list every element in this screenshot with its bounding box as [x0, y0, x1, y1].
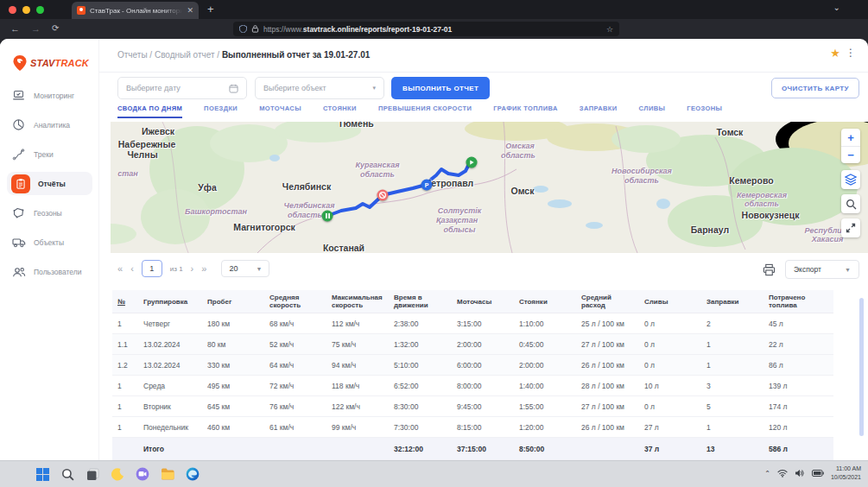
table-cell: 2	[701, 313, 763, 334]
export-dropdown[interactable]: Экспорт ▼	[785, 260, 859, 279]
minimize-window-button[interactable]	[22, 6, 30, 14]
map-label-region: область	[288, 211, 322, 219]
window-controls[interactable]	[9, 6, 44, 14]
favorite-star-icon[interactable]: ★	[830, 47, 840, 60]
date-picker-input[interactable]: Выберите дату	[117, 77, 247, 99]
column-header[interactable]: Время в движении	[389, 290, 452, 313]
report-tab[interactable]: МОТОЧАСЫ	[259, 104, 301, 118]
report-tab[interactable]: ПРЕВЫШЕНИЯ СКОРОСТИ	[378, 104, 472, 118]
close-window-button[interactable]	[9, 6, 16, 14]
file-explorer-icon[interactable]	[160, 466, 175, 482]
column-header[interactable]: Заправки	[701, 290, 763, 313]
report-tab[interactable]: ЗАПРАВКИ	[580, 104, 618, 118]
report-tab[interactable]: ПОЕЗДКИ	[204, 104, 238, 118]
column-header[interactable]: Средний расход	[576, 290, 639, 313]
table-cell: 1:55:00	[514, 396, 576, 417]
parking-marker[interactable]: P	[421, 180, 433, 191]
wifi-icon[interactable]	[777, 469, 788, 478]
map-layers-control	[841, 170, 860, 189]
volume-icon[interactable]	[795, 469, 805, 478]
report-tab[interactable]: СТОЯНКИ	[323, 104, 357, 118]
map-label-city: Магнитогорск	[233, 222, 295, 232]
column-header[interactable]: Сливы	[639, 290, 701, 313]
play-marker[interactable]	[466, 157, 478, 168]
zoom-out-button[interactable]: −	[841, 146, 860, 163]
lock-icon[interactable]	[251, 25, 259, 33]
object-select[interactable]: Выберите объект ▾	[255, 77, 384, 99]
sidebar-item-мониторинг[interactable]: Мониторинг	[7, 84, 92, 107]
calendar-icon[interactable]	[229, 84, 238, 93]
pause-marker[interactable]	[322, 211, 333, 222]
zoom-in-button[interactable]: +	[841, 129, 860, 146]
last-page-button[interactable]: »	[201, 263, 206, 274]
kebab-menu-icon[interactable]: ⋮	[846, 47, 857, 59]
moon-app-icon[interactable]	[110, 466, 125, 482]
new-tab-button[interactable]: +	[207, 3, 214, 16]
report-tab[interactable]: ГЕОЗОНЫ	[687, 104, 722, 118]
page-size-select[interactable]: 20 ▼	[221, 260, 269, 277]
task-view-icon[interactable]	[85, 466, 100, 482]
bookmark-star-icon[interactable]: ☆	[606, 25, 613, 34]
tracking-shield-icon[interactable]	[239, 25, 247, 33]
column-header[interactable]: Средняя скорость	[264, 290, 326, 313]
column-header[interactable]: №	[112, 290, 138, 313]
first-page-button[interactable]: «	[117, 263, 123, 274]
table-total-row[interactable]: Итого32:12:0037:15:008:50:0037 л13586 л	[112, 438, 833, 460]
page-number-input[interactable]: 1	[142, 260, 162, 277]
prev-page-button[interactable]: ‹	[130, 263, 134, 274]
next-page-button[interactable]: ›	[191, 263, 194, 274]
report-tab[interactable]: ГРАФИК ТОПЛИВА	[493, 104, 558, 118]
search-icon[interactable]	[846, 199, 857, 210]
run-report-button[interactable]: ВЫПОЛНИТЬ ОТЧЕТ	[391, 77, 490, 99]
maximize-window-button[interactable]	[36, 6, 44, 14]
chat-app-icon[interactable]	[135, 466, 150, 482]
layers-icon[interactable]	[845, 174, 857, 186]
report-tab[interactable]: СЛИВЫ	[639, 104, 666, 118]
table-row[interactable]: 1Вторник645 км76 км/ч122 км/ч8:30:009:45…	[112, 396, 833, 417]
sidebar-item-аналитика[interactable]: Аналитика	[7, 113, 92, 136]
table-row[interactable]: 1Понедельник460 км61 км/ч99 км/ч7:30:008…	[112, 417, 833, 438]
sidebar-item-объекты[interactable]: Объекты	[7, 231, 92, 254]
table-row[interactable]: 1Среда495 км72 км/ч118 км/ч6:52:008:00:0…	[112, 376, 833, 396]
column-header[interactable]: Стоянки	[514, 290, 576, 313]
table-row[interactable]: 1.213.02.2024330 км64 км/ч94 км/ч5:10:00…	[112, 355, 833, 376]
edge-browser-icon[interactable]	[185, 466, 200, 482]
no-entry-marker[interactable]	[377, 190, 389, 201]
start-button[interactable]	[35, 466, 50, 482]
table-cell: 86 л	[763, 355, 833, 376]
breadcrumb-summary-report[interactable]: Сводный отчет	[155, 50, 215, 60]
scrollbar-thumb[interactable]	[859, 298, 864, 436]
taskbar-search-icon[interactable]	[60, 466, 75, 482]
stavtrack-logo[interactable]: STAVTRACK	[12, 54, 89, 72]
column-header[interactable]: Пробег	[202, 290, 264, 313]
print-button[interactable]	[759, 260, 778, 279]
column-header[interactable]: Потрачено топлива	[763, 290, 833, 313]
clear-map-button[interactable]: ОЧИСТИТЬ КАРТУ	[771, 78, 859, 98]
column-header[interactable]: Группировка	[138, 290, 202, 313]
sidebar-item-треки[interactable]: Треки	[7, 142, 92, 166]
table-row[interactable]: 1.113.02.202480 км52 км/ч75 км/ч1:32:002…	[112, 334, 833, 355]
reload-button[interactable]: ⟳	[52, 24, 59, 33]
sidebar-item-геозоны[interactable]: Геозоны	[7, 201, 92, 225]
reports-icon	[11, 174, 30, 193]
column-header[interactable]: Моточасы	[452, 290, 514, 313]
tab-list-chevron-icon[interactable]: ⌄	[833, 3, 840, 12]
column-header[interactable]: Максимальная скорость	[326, 290, 389, 313]
table-cell: 8:15:00	[452, 417, 514, 438]
sidebar-item-отчёты[interactable]: Отчёты	[7, 172, 92, 195]
expand-icon[interactable]	[846, 223, 856, 233]
sidebar-item-пользователи[interactable]: Пользователи	[7, 260, 92, 283]
close-tab-icon[interactable]: ✕	[187, 7, 193, 15]
breadcrumb-reports[interactable]: Отчеты	[117, 50, 148, 60]
browser-tab[interactable]: СтавТрак - Онлайн мониторинг ✕	[72, 2, 199, 19]
back-button[interactable]: ←	[10, 24, 20, 34]
taskbar-clock[interactable]: 11:00 AM 10/05/2021	[831, 465, 861, 482]
table-cell: 1.1	[112, 334, 138, 355]
forward-button[interactable]: →	[31, 24, 41, 34]
table-cell: 9:45:00	[452, 396, 514, 417]
tray-chevron-icon[interactable]: ⌃	[764, 470, 770, 478]
map[interactable]: ТюменьИжевскНабережныеЧелныстанУфаБашкор…	[111, 122, 868, 253]
report-tab[interactable]: СВОДКА ПО ДНЯМ	[117, 104, 182, 118]
url-bar[interactable]: https://www.stavtrack.online/reports/rep…	[233, 22, 619, 36]
table-row[interactable]: 1Четверг180 км68 км/ч112 км/ч2:38:003:15…	[112, 313, 833, 334]
